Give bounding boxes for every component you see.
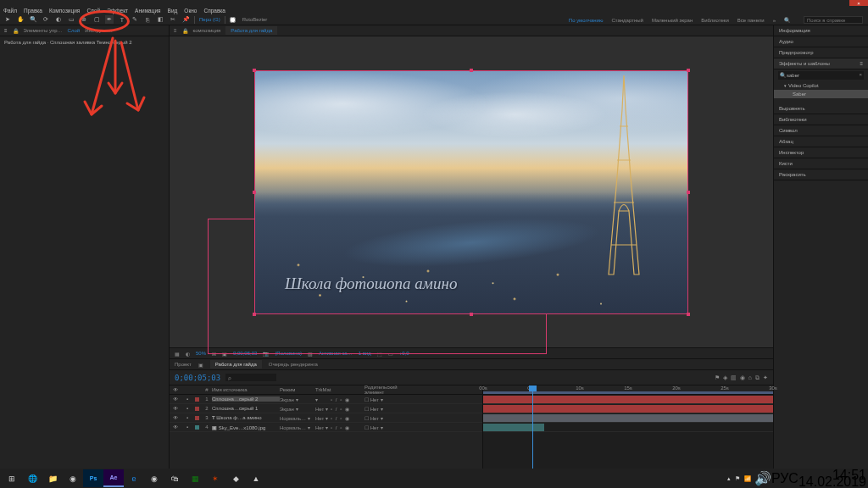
brush-tool-icon[interactable]: ✎ xyxy=(131,15,139,24)
taskbar-photoshop-icon[interactable]: Ps xyxy=(83,469,103,487)
tl-frameblend-icon[interactable]: ▥ xyxy=(731,374,737,381)
menu-view[interactable]: Вид xyxy=(168,8,178,14)
col-trkmat[interactable]: TrkMat xyxy=(315,387,331,392)
col-source[interactable]: Имя источника xyxy=(212,387,280,392)
tab-controls[interactable]: Элементы упр… xyxy=(24,28,63,33)
layer-parent[interactable]: ☐ Нет ▾ xyxy=(364,406,415,412)
col-parent[interactable]: Родительский элемент xyxy=(364,385,415,395)
anchor-tool-icon[interactable]: ⊕ xyxy=(80,15,88,24)
layer-trkmat[interactable]: Нет ▾ xyxy=(315,406,331,412)
workspace-all[interactable]: Все панели xyxy=(737,18,765,23)
layer-trkmat[interactable]: ▾ xyxy=(315,396,331,402)
tab-tool[interactable]: Инструмент xyxy=(85,28,113,33)
viewer-exposure[interactable]: +0,0 xyxy=(399,351,409,356)
layer-switches[interactable]: ▫ / ▫ ◉ xyxy=(331,424,364,430)
layer-name[interactable]: T Школа ф…а амино xyxy=(212,415,280,420)
timeline-layer-row[interactable]: 👁▪2Сплошна…серый 1Экран ▾Нет ▾▫ / ▫ ◉☐ Н… xyxy=(170,404,482,413)
shape-rect-tool-icon[interactable]: ▢ xyxy=(92,15,101,24)
layer-parent[interactable]: ☐ Нет ▾ xyxy=(364,424,415,430)
menu-edit[interactable]: Правка xyxy=(24,8,42,14)
panel-character[interactable]: Символ xyxy=(774,125,868,136)
zoom-tool-icon[interactable]: 🔍 xyxy=(29,15,37,24)
workspace-libraries[interactable]: Библиотеки xyxy=(701,18,729,23)
composition-canvas[interactable]: Школа фотошопа амино xyxy=(254,70,688,314)
panel-menu-icon[interactable]: ≡ xyxy=(860,61,863,66)
panel-effects-head[interactable]: Эффекты и шаблоны≡ xyxy=(774,58,868,69)
menu-composition[interactable]: Композиция xyxy=(49,8,80,14)
workspace-chevron-icon[interactable]: » xyxy=(773,18,776,23)
tab-timeline-comp[interactable]: Работа для гайда xyxy=(210,360,262,369)
rotate-tool-icon[interactable]: ◐ xyxy=(54,15,63,24)
taskbar-steam-icon[interactable]: ◉ xyxy=(63,469,83,487)
viewer-grid-icon[interactable]: ▦ xyxy=(175,351,180,357)
taskbar-store-icon[interactable]: 🛍 xyxy=(164,469,185,487)
panel-paragraph[interactable]: Абзац xyxy=(774,136,868,147)
effects-search-input[interactable] xyxy=(778,71,864,80)
pen-tool-icon[interactable]: ✒ xyxy=(105,15,114,24)
taskbar-app-icon[interactable]: ✶ xyxy=(205,469,225,487)
timeline-timecode[interactable]: 0;00;05;03 xyxy=(175,374,220,382)
comp-menu-icon[interactable]: ≡ xyxy=(174,28,177,33)
menu-help[interactable]: Справка xyxy=(203,8,225,14)
taskbar-explorer-icon[interactable]: 📁 xyxy=(42,469,63,487)
layer-switches[interactable]: ▫ / ▫ ◉ xyxy=(331,415,364,421)
comp-lock-icon[interactable]: 🔒 xyxy=(182,28,188,34)
tray-network-icon[interactable]: 📶 xyxy=(744,475,751,482)
clear-icon[interactable]: × xyxy=(859,72,862,77)
start-button[interactable]: ⊞ xyxy=(2,469,22,487)
layer-parent[interactable]: ☐ Нет ▾ xyxy=(364,396,415,402)
help-search-input[interactable] xyxy=(804,16,863,24)
hand-tool-icon[interactable]: ✋ xyxy=(16,15,25,24)
layer-blend-mode[interactable]: Экран ▾ xyxy=(280,406,315,412)
viewer-safe-icon[interactable]: ▣ xyxy=(222,351,227,357)
viewer-camera[interactable]: Активная ка… xyxy=(319,351,353,356)
visibility-toggle-icon[interactable]: 👁 xyxy=(173,415,186,420)
layer-switches[interactable]: ▫ / ▫ ◉ xyxy=(331,406,364,412)
layer-trkmat[interactable]: Нет ▾ xyxy=(315,415,331,421)
viewer-views[interactable]: 1 вид xyxy=(359,351,371,356)
tab-render-queue[interactable]: Очередь рендеринга xyxy=(269,362,318,367)
layer-name[interactable]: ▣ Sky_Eve…x1080.jpg xyxy=(212,424,280,430)
layer-blend-mode[interactable]: Нормаль… ▾ xyxy=(280,415,315,421)
panel-menu-icon[interactable]: ≡ xyxy=(4,28,8,33)
visibility-toggle-icon[interactable]: 👁 xyxy=(173,396,186,402)
layer-color-swatch[interactable] xyxy=(195,407,199,411)
tl-shy-icon[interactable]: ⚑ xyxy=(715,374,720,381)
panel-preview[interactable]: Предпросмотр xyxy=(774,47,868,58)
panel-info[interactable]: Информация xyxy=(774,25,868,36)
work-area-bar[interactable] xyxy=(483,391,773,394)
puppet-tool-icon[interactable]: 📌 xyxy=(181,15,190,24)
taskbar-app2-icon[interactable]: ◆ xyxy=(225,469,246,487)
layer-switches[interactable]: ▫ / ▫ ◉ xyxy=(331,396,364,402)
timeline-layer-row[interactable]: 👁▪4▣ Sky_Eve…x1080.jpgНормаль… ▾Нет ▾▫ /… xyxy=(170,423,482,432)
tray-chevron-icon[interactable]: ▴ xyxy=(727,475,731,482)
rotobezier-checkbox[interactable] xyxy=(230,17,236,23)
tray-lang[interactable]: РУС xyxy=(771,471,798,486)
selection-tool-icon[interactable]: ➤ xyxy=(3,15,12,24)
canvas-text-layer[interactable]: Школа фотошопа амино xyxy=(285,274,457,293)
comp-tab-active[interactable]: Работа для гайда xyxy=(225,26,277,35)
tl-snap-icon[interactable]: ⧉ xyxy=(755,374,760,381)
window-close-button[interactable]: × xyxy=(849,0,868,6)
tl-brainstorm-icon[interactable]: ✦ xyxy=(763,374,768,381)
eraser-tool-icon[interactable]: ◧ xyxy=(156,15,164,24)
taskbar-aftereffects-icon[interactable]: Ae xyxy=(103,469,124,487)
menu-file[interactable]: Файл xyxy=(3,8,17,14)
tray-clock[interactable]: 14:51 14.02.2019 xyxy=(798,472,866,485)
visibility-toggle-icon[interactable]: 👁 xyxy=(173,406,186,411)
taskbar-chrome-icon[interactable]: ◉ xyxy=(144,469,164,487)
tab-layer[interactable]: Слой xyxy=(68,28,81,33)
tray-volume-icon[interactable]: 🔊 xyxy=(754,470,771,486)
lock-toggle-icon[interactable]: ▪ xyxy=(186,396,195,402)
timeline-search-input[interactable] xyxy=(225,374,276,381)
orbit-tool-icon[interactable]: ⟳ xyxy=(42,15,50,24)
menu-layer[interactable]: Слой xyxy=(86,8,100,14)
workspace-default[interactable]: По умолчанию xyxy=(569,18,604,23)
layer-bar-2[interactable] xyxy=(483,405,773,413)
menu-animation[interactable]: Анимация xyxy=(135,8,161,14)
timeline-layer-row[interactable]: 👁▪3T Школа ф…а аминоНормаль… ▾Нет ▾▫ / ▫… xyxy=(170,413,482,423)
playhead[interactable] xyxy=(532,385,533,469)
viewer-pixel-icon[interactable]: ▭ xyxy=(388,351,393,357)
panel-paint[interactable]: Раскрасить xyxy=(774,169,868,180)
effect-saber[interactable]: Saber xyxy=(774,90,868,98)
